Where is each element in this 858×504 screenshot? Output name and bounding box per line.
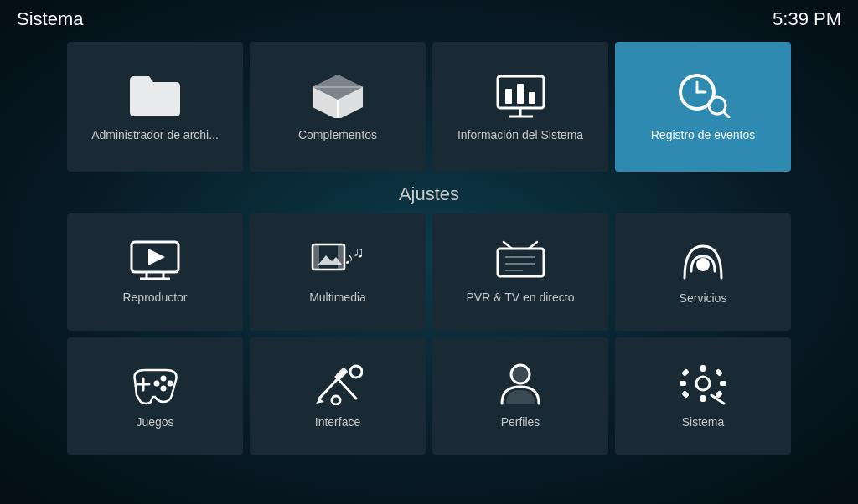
- tile-multimedia[interactable]: ♪ ♫ Multimedia: [250, 213, 426, 331]
- tile-player-label: Reproductor: [122, 291, 187, 304]
- svg-rect-53: [681, 368, 690, 377]
- svg-rect-50: [700, 395, 706, 402]
- svg-point-33: [696, 258, 710, 271]
- svg-rect-9: [529, 92, 535, 104]
- svg-rect-27: [498, 249, 544, 276]
- top-tile-row: Administrador de archi... Complementos I…: [0, 42, 858, 172]
- tile-event-log[interactable]: Registro de eventos: [615, 42, 791, 172]
- svg-point-37: [167, 381, 173, 387]
- svg-point-48: [696, 377, 710, 390]
- svg-point-45: [332, 396, 340, 404]
- svg-rect-22: [338, 244, 344, 270]
- tile-system-info-label: Información del Sistema: [449, 128, 592, 141]
- page-title: Sistema: [17, 8, 83, 30]
- svg-point-44: [350, 366, 362, 378]
- svg-rect-54: [715, 368, 723, 377]
- svg-point-36: [160, 376, 166, 382]
- tile-file-manager-label: Administrador de archi...: [83, 128, 227, 141]
- tile-pvr-label: PVR & TV en directo: [467, 291, 575, 304]
- clock: 5:39 PM: [773, 8, 841, 30]
- tile-games[interactable]: Juegos: [67, 337, 243, 455]
- svg-point-39: [160, 386, 166, 392]
- svg-rect-51: [680, 381, 686, 386]
- tile-profiles[interactable]: Perfiles: [432, 337, 608, 455]
- section-label: Ajustes: [0, 183, 858, 205]
- svg-rect-21: [313, 244, 319, 270]
- tile-games-label: Juegos: [136, 415, 173, 429]
- tile-interface[interactable]: Interface: [250, 337, 426, 455]
- tile-file-manager[interactable]: Administrador de archi...: [67, 42, 243, 172]
- svg-rect-49: [700, 365, 706, 372]
- tile-pvr[interactable]: PVR & TV en directo: [432, 213, 608, 331]
- svg-marker-19: [148, 249, 165, 265]
- tile-profiles-label: Perfiles: [501, 415, 540, 429]
- tile-addons[interactable]: Complementos: [250, 42, 426, 172]
- svg-marker-41: [316, 399, 324, 404]
- tile-system[interactable]: Sistema: [615, 337, 791, 455]
- settings-grid: Reproductor ♪ ♫ Multimedia: [0, 213, 858, 455]
- tile-services-label: Servicios: [680, 291, 727, 305]
- tile-event-log-label: Registro de eventos: [643, 128, 764, 141]
- svg-line-14: [723, 111, 729, 117]
- svg-text:♫: ♫: [353, 244, 364, 260]
- tile-interface-label: Interface: [315, 415, 360, 429]
- svg-line-43: [336, 377, 356, 399]
- tile-system-info[interactable]: Información del Sistema: [432, 42, 608, 172]
- tile-player[interactable]: Reproductor: [67, 213, 243, 331]
- tile-addons-label: Complementos: [290, 128, 385, 141]
- svg-rect-55: [681, 390, 690, 399]
- tile-multimedia-label: Multimedia: [309, 291, 366, 304]
- svg-point-38: [153, 381, 159, 387]
- tile-system-label: Sistema: [682, 415, 725, 429]
- header: Sistema 5:39 PM: [0, 0, 858, 38]
- tile-services[interactable]: Servicios: [615, 213, 791, 331]
- svg-rect-7: [505, 89, 512, 104]
- svg-rect-8: [517, 84, 524, 104]
- svg-point-47: [511, 365, 530, 383]
- svg-rect-52: [720, 381, 726, 386]
